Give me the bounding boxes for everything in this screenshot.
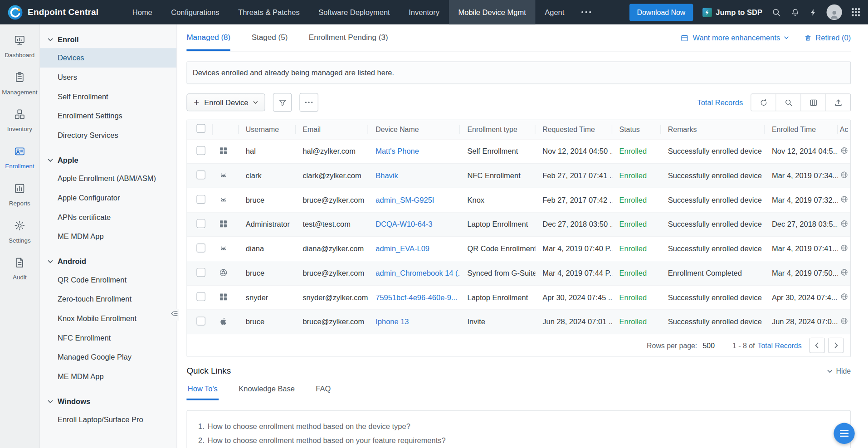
footer-total-records-link[interactable]: Total Records [758,341,802,350]
nav-item-software-deployment[interactable]: Software Deployment [309,0,399,24]
sidebar-section-android[interactable]: Android [40,253,177,270]
retired-link[interactable]: Retired (0) [805,34,851,42]
quick-link-item[interactable]: 1. How to choose enrollment method based… [198,419,839,433]
quick-links-tab-knowledge-base[interactable]: Knowledge Base [238,379,296,400]
cell-enrolled-time: Mar 4, 2019 07:41... [765,245,838,253]
nav-more-button[interactable] [574,11,599,13]
total-records-link[interactable]: Total Records [697,98,743,107]
sidebar-item-devices[interactable]: Devices [40,48,177,68]
table-search-button[interactable] [775,94,800,111]
nav-item-mobile-device-mgmt[interactable]: Mobile Device Mgmt [449,0,536,24]
rail-item-reports[interactable]: Reports [0,176,39,213]
more-options-button[interactable] [300,93,319,112]
enroll-device-button[interactable]: + Enroll Device [186,93,265,111]
actions-icon[interactable] [840,294,849,302]
actions-icon[interactable] [840,319,849,327]
apple-icon [219,319,227,327]
row-checkbox[interactable] [196,292,205,302]
quick-link-item[interactable]: 2. How to choose enrollment method based… [198,433,839,448]
sidebar-item-apple-configurator[interactable]: Apple Configurator [40,188,177,208]
actions-icon[interactable] [840,197,849,205]
quick-actions-bolt-icon[interactable] [809,7,817,17]
device-name-link[interactable]: DCQA-W10-64-3 [375,220,432,229]
table-actions-group [751,93,851,111]
toolbar: + Enroll Device Total Records [186,93,851,112]
actions-icon[interactable] [840,173,849,181]
device-name-link[interactable]: 75951bcf-4e96-460e-9... [375,293,458,302]
apps-grid-icon[interactable] [851,8,860,17]
tab-enrollment-pending-3[interactable]: Enrollment Pending (3) [309,24,388,51]
nav-item-threats-patches[interactable]: Threats & Patches [229,0,309,24]
sidebar-item-apple-enrollment-abm-asm[interactable]: Apple Enrollment (ABM/ASM) [40,169,177,188]
device-name-link[interactable]: admin_EVA-L09 [375,245,429,253]
row-checkbox[interactable] [196,170,205,180]
export-button[interactable] [825,94,850,111]
sidebar-section-enroll[interactable]: Enroll [40,31,177,48]
sidebar-item-enrollment-settings[interactable]: Enrollment Settings [40,106,177,126]
row-checkbox[interactable] [196,243,205,253]
row-checkbox[interactable] [196,317,205,326]
audit-icon [14,257,26,271]
sidebar-item-apns-certificate[interactable]: APNs certificate [40,208,177,227]
nav-item-home[interactable]: Home [123,0,161,24]
row-checkbox[interactable] [196,268,205,277]
floating-menu-button[interactable] [834,423,854,444]
want-more-enhancements-link[interactable]: Want more enhancements [681,34,789,42]
previous-page-button[interactable] [809,338,825,353]
device-name-link[interactable]: Iphone 13 [375,318,409,326]
rail-item-enrollment[interactable]: Enrollment [0,139,39,176]
sidebar-item-zero-touch-enrollment[interactable]: Zero-touch Enrollment [40,289,177,309]
sidebar-collapse-toggle[interactable] [170,309,179,321]
refresh-button[interactable] [751,94,775,111]
select-all-checkbox[interactable] [196,124,205,133]
rail-item-management[interactable]: Management [0,65,39,102]
device-name-link[interactable]: Matt's Phone [375,147,419,156]
sidebar-item-me-mdm-app[interactable]: ME MDM App [40,367,177,386]
device-name-link[interactable]: Bhavik [375,171,398,180]
nav-item-configurations[interactable]: Configurations [162,0,229,24]
user-avatar[interactable] [827,5,842,20]
sidebar-section-apple[interactable]: Apple [40,151,177,169]
rail-item-inventory[interactable]: Inventory [0,102,39,139]
sidebar-item-enroll-laptop-surface-pro[interactable]: Enroll Laptop/Surface Pro [40,410,177,430]
filter-button[interactable] [273,93,292,112]
nav-item-inventory[interactable]: Inventory [399,0,449,24]
sidebar-item-users[interactable]: Users [40,68,177,87]
cell-email: snyder@zylker.com [296,293,369,302]
search-icon[interactable] [772,7,781,17]
actions-icon[interactable] [840,148,849,156]
nav-item-agent[interactable]: Agent [536,0,574,24]
row-checkbox[interactable] [196,195,205,204]
quick-links-tab-how-to-s[interactable]: How To's [186,379,219,400]
sidebar-item-self-enrollment[interactable]: Self Enrollment [40,87,177,107]
table-header: UsernameEmailDevice NameEnrollment typeR… [187,120,850,140]
column-chooser-button[interactable] [800,94,825,111]
next-page-button[interactable] [828,338,844,353]
actions-icon[interactable] [840,270,849,278]
actions-icon[interactable] [840,221,849,229]
rail-item-dashboard[interactable]: Dashboard [0,28,39,65]
row-checkbox[interactable] [196,146,205,155]
jump-to-sdp-button[interactable]: Jump to SDP [702,7,762,17]
sidebar-item-managed-google-play[interactable]: Managed Google Play [40,348,177,367]
tab-managed-8[interactable]: Managed (8) [186,24,230,51]
notifications-bell-icon[interactable] [790,7,800,17]
rows-per-page-value[interactable]: 500 [702,341,714,350]
tab-staged-5[interactable]: Staged (5) [252,24,288,51]
device-name-link[interactable]: admin_Chromebook 14 (... [375,269,460,277]
quick-links-tab-faq[interactable]: FAQ [315,379,332,400]
rail-item-settings[interactable]: Settings [0,213,39,250]
device-name-link[interactable]: admin_SM-G925I [375,196,434,204]
sidebar-item-nfc-enrollment[interactable]: NFC Enrollment [40,328,177,348]
rail-item-audit[interactable]: Audit [0,250,39,287]
sidebar-section-windows[interactable]: Windows [40,393,177,410]
sidebar-item-knox-mobile-enrollment[interactable]: Knox Mobile Enrollment [40,309,177,328]
actions-icon[interactable] [840,246,849,254]
sidebar-item-directory-services[interactable]: Directory Services [40,126,177,145]
row-checkbox[interactable] [196,219,205,228]
sidebar-item-me-mdm-app[interactable]: ME MDM App [40,227,177,246]
hide-quick-links-link[interactable]: Hide [827,367,851,375]
download-now-button[interactable]: Download Now [629,4,693,21]
brand-logo[interactable]: Endpoint Central [8,5,98,19]
sidebar-item-qr-code-enrollment[interactable]: QR Code Enrollment [40,270,177,290]
